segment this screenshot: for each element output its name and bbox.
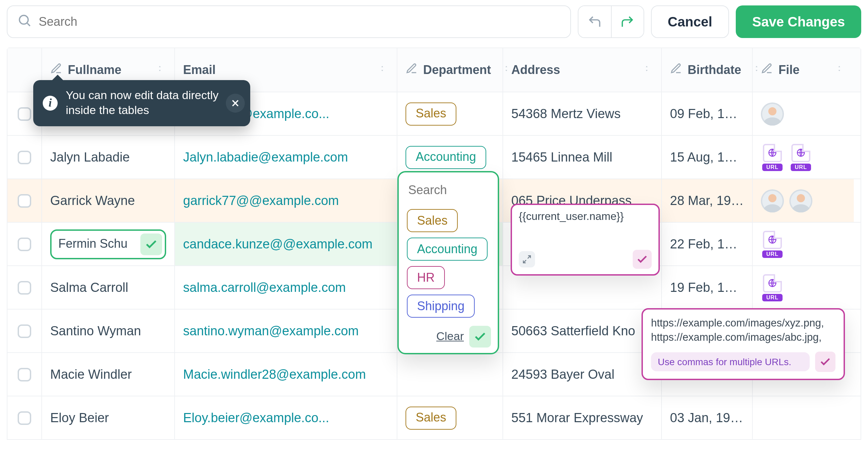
file-url-tile: URL [789,144,812,171]
search-field[interactable] [7,5,571,38]
file-label: URL [791,164,811,171]
row-checkbox[interactable] [18,194,31,207]
cell-birthdate[interactable]: 28 Mar, 1986 [670,193,744,208]
cell-address[interactable]: 15465 Linnea Mill [511,150,612,165]
cell-fullname[interactable]: Macie Windler [50,367,132,382]
col-label: Birthdate [688,63,741,77]
undo-button[interactable] [578,6,611,37]
avatar [761,189,784,212]
table-row: Eloy Beier Eloy.beier@example.co... Sale… [7,396,861,439]
dept-tag-accounting[interactable]: Accounting [406,146,486,169]
cell-file[interactable] [752,92,854,135]
cell-birthdate[interactable]: 09 Feb, 1980 [670,106,744,121]
expand-icon[interactable] [519,251,535,267]
cancel-button[interactable]: Cancel [651,5,729,38]
dept-option-accounting[interactable]: Accounting [407,238,488,261]
search-icon [17,13,39,31]
cell-email[interactable]: Jalyn.labadie@example.com [183,150,348,165]
cell-email[interactable]: santino.wyman@example.com [183,323,359,338]
col-label: File [778,63,800,77]
file-url-tile: URL [761,274,784,301]
col-address[interactable]: Address [511,63,653,77]
file-url-tile: URL [761,230,784,258]
cell-fullname[interactable]: Garrick Wayne [50,193,135,208]
fullname-inline-editor[interactable] [50,229,166,259]
file-label: URL [762,250,783,258]
pencil-icon [406,62,418,78]
col-birthdate[interactable]: Birthdate [670,62,744,78]
cell-file[interactable]: URL [752,223,854,265]
row-checkbox[interactable] [18,368,31,381]
sort-icon[interactable] [642,63,653,77]
cell-birthdate[interactable]: 22 Feb, 1978 [670,237,744,251]
row-checkbox[interactable] [18,411,31,425]
row-checkbox[interactable] [18,324,31,338]
cell-file[interactable] [752,396,854,439]
address-confirm-button[interactable] [633,250,652,269]
dept-tag-sales[interactable]: Sales [406,102,456,125]
undo-redo-group [577,5,644,38]
dept-confirm-button[interactable] [469,326,491,348]
cell-address[interactable]: 54368 Mertz Views [511,106,620,121]
dept-clear-button[interactable]: Clear [436,330,464,343]
row-checkbox[interactable] [18,150,31,164]
cell-fullname[interactable]: Santino Wyman [50,323,141,338]
close-icon[interactable] [226,94,245,113]
save-button[interactable]: Save Changes [736,5,861,38]
cell-department[interactable] [397,353,502,396]
inline-edit-tooltip: i You can now edit data directly inside … [33,80,250,126]
col-department[interactable]: Department [406,62,494,78]
dept-search-input[interactable] [408,183,488,197]
col-label: Address [511,63,560,77]
cell-file[interactable]: URL [752,266,854,309]
cell-file[interactable] [752,179,854,222]
sort-icon[interactable] [378,63,389,77]
cell-fullname[interactable]: Jalyn Labadie [50,150,130,165]
col-fullname[interactable]: Fullname [50,62,166,78]
dept-tag-sales[interactable]: Sales [406,406,456,429]
sort-icon[interactable] [835,63,846,77]
svg-line-9 [524,260,526,263]
file-url-tile: URL [761,144,784,171]
sort-icon[interactable] [155,63,166,77]
cell-email[interactable]: Macie.windler28@example.com [183,367,366,382]
col-email[interactable]: Email [183,63,389,77]
cell-file[interactable]: URL URL [752,136,854,179]
cell-email[interactable]: garrick77@@example.com [183,193,339,208]
dept-option-shipping[interactable]: Shipping [407,295,475,318]
pencil-icon [670,62,682,78]
cell-email[interactable]: candace.kunze@@example.com [183,237,373,251]
svg-line-1 [27,23,30,26]
redo-button[interactable] [611,6,643,37]
cell-birthdate[interactable]: 19 Feb, 1991 [670,280,744,295]
search-input[interactable] [39,15,560,29]
toolbar: Cancel Save Changes [7,5,861,38]
confirm-button[interactable] [140,233,162,255]
cell-address[interactable]: 24593 Bayer Oval [511,367,614,382]
cell-address[interactable]: 50663 Satterfield Kno [511,323,635,338]
address-input[interactable]: {{current_user.name}} [519,210,652,246]
svg-line-8 [528,256,530,259]
col-file[interactable]: File [761,62,846,78]
row-checkbox[interactable] [18,237,31,251]
cell-birthdate[interactable]: 03 Jan, 1997 [670,410,744,425]
url-confirm-button[interactable] [815,352,835,372]
address-inline-editor[interactable]: {{current_user.name}} [511,204,660,276]
tooltip-text: You can now edit data directly inside th… [66,88,219,118]
file-label: URL [762,294,783,301]
dept-option-sales[interactable]: Sales [407,209,458,232]
cell-email[interactable]: Eloy.beier@example.co... [183,410,329,425]
dept-option-hr[interactable]: HR [407,266,445,289]
url-input[interactable]: https://example.com/images/xyz.png, http… [651,316,835,345]
row-checkbox[interactable] [18,107,31,120]
pencil-icon [761,62,773,78]
file-url-editor[interactable]: https://example.com/images/xyz.png, http… [642,308,845,380]
row-checkbox[interactable] [18,281,31,294]
info-icon: i [43,96,58,111]
cell-birthdate[interactable]: 15 Aug, 1980 [670,150,744,165]
cell-fullname[interactable]: Eloy Beier [50,410,109,425]
fullname-input[interactable] [58,237,136,251]
cell-fullname[interactable]: Salma Carroll [50,280,128,295]
cell-address[interactable]: 551 Morar Expressway [511,410,643,425]
cell-email[interactable]: salma.carroll@example.com [183,280,346,295]
